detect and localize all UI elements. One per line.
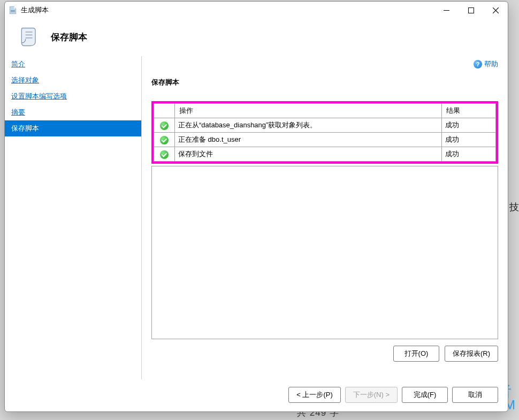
nav-item-save-script[interactable]: 保存脚本 bbox=[5, 120, 141, 136]
wizard-nav-sidebar: 简介 选择对象 设置脚本编写选项 摘要 保存脚本 bbox=[5, 56, 142, 379]
help-icon: ? bbox=[474, 60, 482, 68]
nav-item-set-options[interactable]: 设置脚本编写选项 bbox=[5, 88, 141, 104]
success-icon bbox=[160, 121, 169, 130]
background-side-char: 技 bbox=[509, 201, 519, 213]
svg-rect-3 bbox=[468, 7, 474, 13]
column-header-status-icon bbox=[154, 104, 175, 118]
table-row: 正在从“database_dianshang”获取对象列表。 成功 bbox=[154, 118, 496, 133]
wizard-header: 保存脚本 bbox=[5, 19, 508, 56]
next-button: 下一步(N) > bbox=[345, 387, 398, 403]
cancel-button[interactable]: 取消 bbox=[452, 387, 498, 403]
nav-item-summary[interactable]: 摘要 bbox=[5, 104, 141, 120]
results-empty-area bbox=[151, 166, 498, 339]
minimize-button[interactable] bbox=[434, 2, 459, 19]
save-report-button[interactable]: 保存报表(R) bbox=[445, 346, 498, 362]
success-icon bbox=[160, 136, 169, 144]
page-title: 保存脚本 bbox=[51, 31, 87, 43]
results-table: 操作 结果 正在从“database_dianshang”获取对象列表。 成功 bbox=[154, 103, 496, 162]
wizard-footer: < 上一步(P) 下一步(N) > 完成(F) 取消 bbox=[5, 379, 508, 411]
app-icon bbox=[8, 5, 18, 15]
finish-button[interactable]: 完成(F) bbox=[402, 387, 448, 403]
help-link[interactable]: ? 帮助 bbox=[474, 59, 498, 69]
column-header-action: 操作 bbox=[175, 104, 442, 118]
results-highlight-box: 操作 结果 正在从“database_dianshang”获取对象列表。 成功 bbox=[151, 101, 498, 164]
titlebar: 生成脚本 bbox=[5, 2, 508, 19]
nav-item-intro[interactable]: 简介 bbox=[5, 56, 141, 72]
maximize-button[interactable] bbox=[459, 2, 483, 19]
table-row: 保存到文件 成功 bbox=[154, 147, 496, 162]
success-icon bbox=[160, 150, 169, 159]
nav-item-choose-objects[interactable]: 选择对象 bbox=[5, 72, 141, 88]
svg-rect-1 bbox=[11, 11, 15, 12]
generate-scripts-wizard-window: 生成脚本 保存脚本 简介 选择对象 bbox=[4, 1, 508, 412]
open-button[interactable]: 打开(O) bbox=[393, 346, 439, 362]
script-icon bbox=[18, 25, 41, 49]
close-button[interactable] bbox=[483, 2, 508, 19]
section-title: 保存脚本 bbox=[151, 78, 498, 87]
svg-rect-2 bbox=[444, 10, 449, 11]
svg-rect-0 bbox=[11, 10, 15, 11]
previous-button[interactable]: < 上一步(P) bbox=[288, 387, 341, 403]
table-row: 正在准备 dbo.t_user 成功 bbox=[154, 133, 496, 147]
window-title: 生成脚本 bbox=[21, 5, 49, 15]
column-header-result: 结果 bbox=[442, 104, 496, 118]
